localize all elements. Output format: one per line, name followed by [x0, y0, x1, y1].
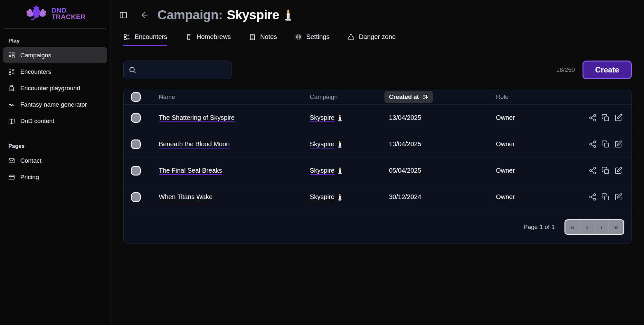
next-page-button[interactable]: ›	[594, 220, 609, 234]
dragon-logo-icon	[24, 5, 48, 23]
row-checkbox[interactable]	[131, 166, 141, 176]
sidebar-item-dnd-content[interactable]: DnD content	[3, 113, 107, 129]
encounter-name-link[interactable]: The Final Seal Breaks	[159, 167, 222, 174]
share-icon	[589, 193, 597, 201]
sidebar-item-pricing[interactable]: Pricing	[3, 169, 107, 185]
header-divider	[134, 11, 134, 19]
edit-button[interactable]	[614, 114, 622, 122]
back-button[interactable]	[140, 11, 149, 20]
candle-emoji-icon	[337, 167, 343, 175]
pagination-controls: « ‹ › »	[564, 219, 624, 235]
app-logo[interactable]: DND TRACKER	[0, 0, 110, 27]
created-at-cell: 30/12/2024	[389, 193, 496, 201]
brand-name: DND TRACKER	[52, 7, 86, 20]
sidebar-section-pages: Pages	[8, 143, 110, 149]
create-button[interactable]: Create	[582, 61, 632, 79]
copy-button[interactable]	[601, 140, 610, 148]
share-button[interactable]	[589, 193, 597, 201]
sidebar-item-campaigns[interactable]: Campaigns	[3, 47, 107, 63]
sidebar-item-contact[interactable]: Contact	[3, 153, 107, 168]
copy-icon	[601, 114, 610, 122]
role-cell: Owner	[496, 140, 577, 148]
column-header-created-at[interactable]: Created at	[384, 91, 433, 103]
copy-button[interactable]	[601, 193, 610, 201]
row-actions	[577, 193, 622, 201]
share-button[interactable]	[589, 140, 597, 148]
sidebar-section-play: Play	[8, 38, 110, 44]
sidebar-item-encounters[interactable]: Encounters	[3, 64, 107, 80]
copy-icon	[601, 140, 610, 148]
role-cell: Owner	[496, 193, 577, 201]
row-actions	[577, 167, 622, 175]
encounter-name-link[interactable]: Beneath the Blood Moon	[159, 140, 230, 148]
created-at-cell: 13/04/2025	[389, 114, 496, 121]
row-actions	[577, 140, 622, 148]
copy-button[interactable]	[601, 114, 610, 122]
search-icon	[128, 66, 136, 74]
edit-icon	[614, 193, 622, 201]
edit-icon	[614, 167, 622, 175]
created-at-cell: 13/04/2025	[389, 140, 496, 148]
search-box	[123, 61, 232, 79]
toolbar: 16/250 Create	[123, 61, 632, 79]
last-page-button[interactable]: »	[609, 220, 623, 234]
page-header: Campaign: Skyspire 🕯️	[110, 0, 644, 22]
table-row: The Final Seal Breaks Skyspire🕯️ 05/04/2…	[124, 157, 631, 184]
page-title: Campaign: Skyspire 🕯️	[157, 8, 293, 22]
panel-toggle-icon	[119, 11, 128, 19]
row-actions	[577, 114, 622, 122]
tab-danger-zone[interactable]: Danger zone	[347, 33, 396, 46]
tower-icon	[8, 85, 15, 92]
campaign-tabs: Encounters Homebrews Notes Settings Dang…	[123, 33, 644, 46]
sidebar-divider	[4, 28, 106, 29]
share-icon	[589, 114, 597, 122]
gear-icon	[295, 33, 302, 41]
edit-icon	[614, 114, 622, 122]
campaign-link[interactable]: Skyspire🕯️	[310, 114, 343, 122]
sidebar-item-fantasy-name-generator[interactable]: Fantasy name generator	[3, 97, 107, 112]
encounter-name-link[interactable]: When Titans Wake	[159, 193, 213, 201]
tab-homebrews[interactable]: Homebrews	[185, 33, 231, 46]
first-page-button[interactable]: «	[565, 220, 580, 234]
select-all-checkbox[interactable]	[131, 92, 141, 102]
share-button[interactable]	[589, 167, 597, 175]
tab-settings[interactable]: Settings	[295, 33, 329, 46]
sidebar-toggle-button[interactable]	[119, 11, 128, 19]
table-row: The Shattering of Skyspire Skyspire🕯️ 13…	[124, 104, 631, 131]
sort-descending-icon	[422, 94, 428, 100]
row-checkbox[interactable]	[131, 113, 141, 123]
tab-notes[interactable]: Notes	[249, 33, 277, 46]
copy-icon	[601, 167, 610, 175]
row-checkbox[interactable]	[131, 139, 141, 149]
campaign-link[interactable]: Skyspire🕯️	[310, 167, 343, 175]
search-input[interactable]	[139, 66, 226, 73]
tankard-icon	[185, 33, 192, 41]
edit-button[interactable]	[614, 140, 622, 148]
column-header-campaign: Campaign	[310, 93, 389, 100]
column-header-name: Name	[159, 93, 310, 100]
edit-button[interactable]	[614, 193, 622, 201]
sidebar-item-encounter-playground[interactable]: Encounter playground	[3, 80, 107, 96]
share-icon	[589, 167, 597, 175]
table-row: When Titans Wake Skyspire🕯️ 30/12/2024 O…	[124, 184, 631, 210]
table-footer: Page 1 of 1 « ‹ › »	[124, 210, 631, 244]
encounter-count: 16/250	[556, 66, 575, 73]
candle-emoji-icon	[337, 140, 343, 148]
candle-emoji-icon	[283, 9, 293, 22]
campaign-link[interactable]: Skyspire🕯️	[310, 140, 343, 148]
encounter-name-link[interactable]: The Shattering of Skyspire	[159, 114, 235, 121]
table-header-row: Name Campaign Created at Role	[124, 89, 631, 104]
previous-page-button[interactable]: ‹	[580, 220, 594, 234]
share-button[interactable]	[589, 114, 597, 122]
edit-icon	[614, 140, 622, 148]
campaign-link[interactable]: Skyspire🕯️	[310, 193, 343, 201]
title-prefix: Campaign:	[157, 8, 223, 22]
app-window: DND TRACKER Play Campaigns Encounters En…	[0, 0, 644, 325]
copy-button[interactable]	[601, 167, 610, 175]
edit-button[interactable]	[614, 167, 622, 175]
role-cell: Owner	[496, 114, 577, 121]
book-icon	[8, 118, 15, 125]
sidebar-nav-play: Campaigns Encounters Encounter playgroun…	[0, 47, 110, 129]
tab-encounters[interactable]: Encounters	[123, 33, 167, 46]
row-checkbox[interactable]	[131, 192, 141, 202]
